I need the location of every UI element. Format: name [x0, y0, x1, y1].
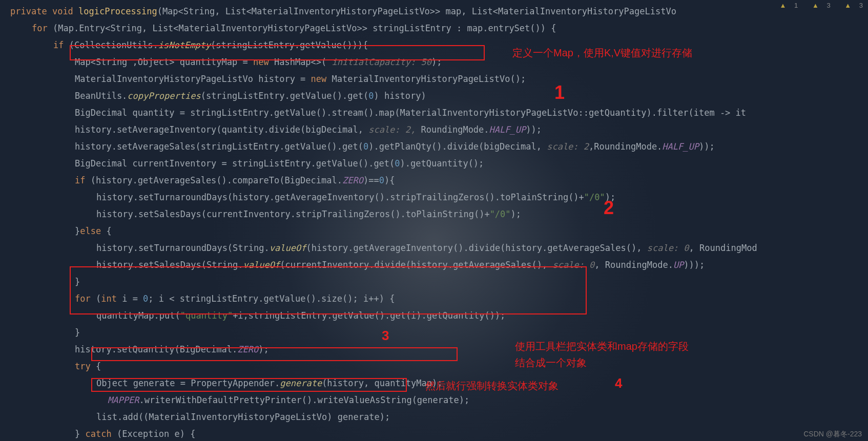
- code-line: if (history.getAverageSales().compareTo(…: [0, 172, 868, 189]
- code-line: history.setSalesDays(currentInventory.st…: [0, 206, 868, 223]
- warning-indicator-bar: ▲ 1 ▲ 3 ▲ 3: [768, 2, 863, 9]
- code-line: }: [0, 324, 868, 341]
- annotation-box-3: [91, 347, 458, 361]
- code-line: for (Map.Entry<String, List<MaterialInve…: [0, 20, 868, 37]
- code-line: list.add((MaterialInventoryHistoryPageLi…: [0, 409, 868, 426]
- code-editor[interactable]: private void logicProcessing(Map<String,…: [0, 0, 868, 441]
- code-line: history.setAverageInventory(quantity.div…: [0, 121, 868, 138]
- annotation-number-4: 4: [615, 375, 622, 391]
- code-line: BigDecimal currentInventory = stringList…: [0, 155, 868, 172]
- code-line: }else {: [0, 223, 868, 240]
- warning-count-2: 3: [826, 2, 830, 9]
- annotation-comment-3a: 使用工具栏把实体类和map存储的字段: [515, 340, 689, 353]
- annotation-box-2: [70, 266, 587, 314]
- annotation-number-3: 3: [382, 328, 389, 344]
- code-line: history.setTurnaroundDays(history.getAve…: [0, 189, 868, 206]
- annotation-comment-4: 然后就行强制转换实体类对象: [425, 379, 559, 393]
- code-line: MaterialInventoryHistoryPageListVo histo…: [0, 71, 868, 88]
- warning-icon: ▲: [812, 2, 819, 9]
- warning-icon: ▲: [780, 2, 787, 9]
- warning-count-3: 3: [859, 2, 863, 9]
- warning-count-1: 1: [794, 2, 798, 9]
- warning-icon: ▲: [844, 2, 851, 9]
- annotation-box-4: [91, 378, 407, 392]
- annotation-comment-1: 定义一个Map，使用K,V键值对进行存储: [512, 46, 692, 60]
- code-line: BigDecimal quantity = stringListEntry.ge…: [0, 104, 868, 121]
- annotation-comment-3b: 结合成一个对象: [515, 356, 587, 370]
- annotation-number-2: 2: [604, 197, 614, 219]
- code-line: history.setTurnaroundDays(String.valueOf…: [0, 240, 868, 257]
- code-line: private void logicProcessing(Map<String,…: [0, 3, 868, 20]
- annotation-number-1: 1: [554, 82, 565, 103]
- code-line: } catch (Exception e) {: [0, 426, 868, 441]
- code-line: history.setAverageSales(stringListEntry.…: [0, 138, 868, 155]
- watermark: CSDN @暮冬-223: [803, 430, 862, 439]
- code-line: BeanUtils.copyProperties(stringListEntry…: [0, 88, 868, 104]
- code-line: MAPPER.writerWithDefaultPrettyPrinter().…: [0, 392, 868, 409]
- annotation-box-1: [70, 45, 485, 60]
